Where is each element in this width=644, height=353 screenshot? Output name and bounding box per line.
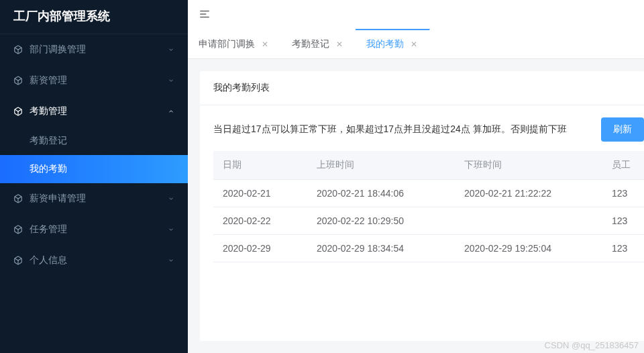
panel: 我的考勤列表 当日超过17点可以算正常下班，如果超过17点并且没超过24点 算加…	[200, 71, 644, 341]
sidebar-item-label: 薪资申请管理	[30, 193, 86, 205]
cell-start: 2020-02-21 18:44:06	[307, 180, 455, 207]
table-row: 2020-02-29 2020-02-29 18:34:54 2020-02-2…	[213, 235, 644, 262]
refresh-button[interactable]: 刷新	[601, 117, 644, 142]
sidebar-item-label: 考勤管理	[30, 105, 67, 117]
attendance-table: 日期 上班时间 下班时间 员工 2020-02-21 2020-02-21 18…	[213, 151, 644, 262]
cell-emp: 123	[602, 207, 644, 235]
cell-end: 2020-02-29 19:25:04	[455, 235, 602, 262]
topbar	[188, 0, 644, 30]
close-icon[interactable]: ✕	[260, 40, 270, 49]
table-row: 2020-02-22 2020-02-22 10:29:50 123	[213, 207, 644, 235]
sidebar-item-attendance[interactable]: 考勤管理	[0, 96, 188, 127]
sidebar-item-salary-request[interactable]: 薪资申请管理	[0, 183, 188, 214]
watermark: CSDN @qq_251836457	[545, 340, 639, 350]
cube-icon	[13, 76, 23, 85]
chevron-down-icon	[168, 77, 174, 84]
chevron-down-icon	[168, 46, 174, 53]
tab-label: 申请部门调换	[199, 38, 255, 50]
cube-icon	[13, 107, 23, 116]
tab-attendance-checkin[interactable]: 考勤登记 ✕	[281, 30, 356, 58]
sidebar-menu: 部门调换管理 薪资管理 考勤管理	[0, 34, 188, 353]
submenu-item-checkin[interactable]: 考勤登记	[0, 127, 188, 155]
cell-date: 2020-02-21	[213, 180, 307, 207]
collapse-sidebar-icon[interactable]	[199, 8, 211, 22]
sidebar-item-label: 个人信息	[30, 254, 67, 266]
main: 申请部门调换 ✕ 考勤登记 ✕ 我的考勤 ✕ 我的考勤列表 当日超过17点可以算…	[188, 0, 644, 353]
hint-text: 当日超过17点可以算正常下班，如果超过17点并且没超过24点 算加班。否则提前下…	[213, 123, 593, 136]
content: 我的考勤列表 当日超过17点可以算正常下班，如果超过17点并且没超过24点 算加…	[188, 59, 644, 353]
app-title: 工厂内部管理系统	[0, 0, 188, 34]
cell-end	[455, 207, 602, 235]
cell-emp: 123	[602, 180, 644, 207]
sidebar-item-salary[interactable]: 薪资管理	[0, 65, 188, 96]
toolbar: 当日超过17点可以算正常下班，如果超过17点并且没超过24点 算加班。否则提前下…	[213, 117, 644, 142]
col-date: 日期	[213, 151, 307, 180]
col-start-time: 上班时间	[307, 151, 455, 180]
cube-icon	[13, 225, 23, 234]
tab-label: 我的考勤	[366, 38, 404, 50]
col-end-time: 下班时间	[455, 151, 602, 180]
sidebar-item-profile[interactable]: 个人信息	[0, 245, 188, 276]
chevron-down-icon	[168, 195, 174, 202]
table-row: 2020-02-21 2020-02-21 18:44:06 2020-02-2…	[213, 180, 644, 207]
cell-start: 2020-02-22 10:29:50	[307, 207, 455, 235]
cell-emp: 123	[602, 235, 644, 262]
cell-date: 2020-02-29	[213, 235, 307, 262]
sidebar: 工厂内部管理系统 部门调换管理 薪资管理	[0, 0, 188, 353]
sidebar-item-task[interactable]: 任务管理	[0, 214, 188, 245]
sidebar-item-label: 薪资管理	[30, 74, 67, 87]
cube-icon	[13, 256, 23, 265]
close-icon[interactable]: ✕	[409, 40, 419, 49]
cell-date: 2020-02-22	[213, 207, 307, 235]
cell-start: 2020-02-29 18:34:54	[307, 235, 455, 262]
tabs: 申请部门调换 ✕ 考勤登记 ✕ 我的考勤 ✕	[188, 30, 644, 59]
chevron-down-icon	[168, 226, 174, 233]
sidebar-item-label: 部门调换管理	[30, 44, 86, 56]
submenu-item-my-attendance[interactable]: 我的考勤	[0, 155, 188, 183]
chevron-up-icon	[168, 108, 174, 115]
cube-icon	[13, 45, 23, 54]
sidebar-item-label: 任务管理	[30, 223, 67, 236]
panel-title: 我的考勤列表	[200, 71, 644, 105]
submenu-attendance: 考勤登记 我的考勤	[0, 127, 188, 183]
sidebar-item-department[interactable]: 部门调换管理	[0, 34, 188, 65]
cube-icon	[13, 194, 23, 203]
tab-apply-transfer[interactable]: 申请部门调换 ✕	[188, 30, 281, 58]
tab-my-attendance[interactable]: 我的考勤 ✕	[356, 29, 430, 58]
cell-end: 2020-02-21 21:22:22	[455, 180, 602, 207]
chevron-down-icon	[168, 257, 174, 264]
col-employee: 员工	[602, 151, 644, 180]
tab-label: 考勤登记	[292, 38, 329, 50]
close-icon[interactable]: ✕	[335, 40, 344, 49]
